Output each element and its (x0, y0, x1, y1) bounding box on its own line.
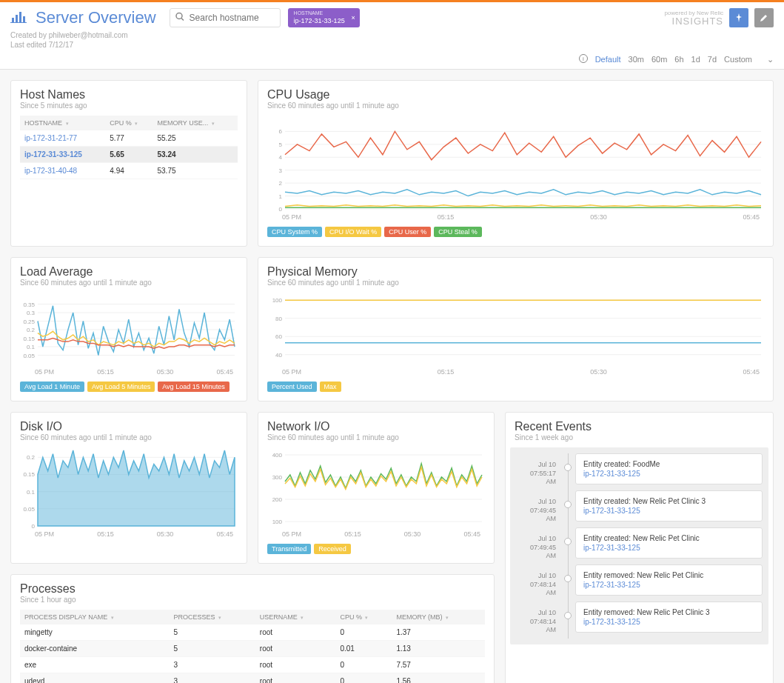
table-row[interactable]: udevd3root01.56 (20, 673, 485, 684)
event-timestamp: Jul 1007:49:45AM (516, 490, 560, 527)
event-title: Entity created: FoodMe (583, 460, 754, 468)
table-row[interactable]: docker-containe5root0.011.13 (20, 641, 485, 657)
table-row[interactable]: exe3root07.57 (20, 657, 485, 673)
panel-subtitle: Since 60 minutes ago until 1 minute ago (267, 101, 764, 110)
search-icon (175, 13, 184, 24)
column-header[interactable]: CPU % ▾ (335, 610, 392, 624)
svg-text:0.35: 0.35 (23, 301, 35, 308)
svg-point-5 (176, 13, 182, 19)
panel-host-names: Host Names Since 5 minutes ago HOSTNAME … (10, 80, 247, 247)
column-header[interactable]: MEMORY (MB) ▾ (392, 610, 485, 624)
event-card[interactable]: Entity created: New Relic Pet Clinic 3 i… (575, 490, 763, 522)
pin-button[interactable] (729, 8, 748, 27)
time-option-default[interactable]: Default (595, 55, 621, 64)
svg-text:200: 200 (272, 496, 283, 503)
disk-chart: 00.050.10.150.2 (20, 447, 238, 529)
panel-processes: Processes Since 1 hour ago PROCESS DISPL… (10, 574, 495, 683)
legend-chip[interactable]: CPU System % (267, 227, 322, 237)
svg-text:i: i (583, 56, 584, 62)
active-filter-pill[interactable]: HOSTNAME ip-172-31-33-125 × (288, 8, 360, 27)
legend-chip[interactable]: Transmitted (267, 544, 311, 554)
filter-label: HOSTNAME (294, 10, 324, 16)
svg-text:0.1: 0.1 (27, 489, 36, 496)
x-axis-ticks: 05 PM05:1505:3005:45 (267, 367, 764, 379)
chart-bar-icon (10, 10, 27, 26)
legend-chip[interactable]: Percent Used (267, 382, 317, 392)
event-host-link[interactable]: ip-172-31-33-125 (583, 507, 754, 515)
chart-legend: CPU System %CPU I/O Wait %CPU User %CPU … (267, 227, 764, 237)
edit-button[interactable] (754, 8, 774, 27)
panel-title: Host Names (20, 88, 238, 101)
header: Server Overview HOSTNAME ip-172-31-33-12… (0, 2, 784, 70)
table-row[interactable]: mingetty5root01.37 (20, 624, 485, 641)
column-header[interactable]: PROCESS DISPLAY NAME ▾ (20, 610, 170, 624)
event-card[interactable]: Entity removed: New Relic Pet Clinic 3 i… (575, 602, 763, 633)
time-option-7d[interactable]: 7d (708, 55, 717, 64)
panel-subtitle: Since 5 minutes ago (20, 101, 238, 110)
search-wrap (170, 8, 281, 27)
panel-subtitle: Since 60 minutes ago until 1 minute ago (267, 433, 485, 442)
svg-text:0.25: 0.25 (23, 319, 35, 325)
table-row[interactable]: ip-172-31-33-1255.6553.24 (20, 147, 238, 163)
column-header[interactable]: HOSTNAME ▾ (20, 116, 105, 130)
event-host-link[interactable]: ip-172-31-33-125 (583, 544, 754, 552)
event-timestamp: Jul 1007:49:45AM (516, 527, 560, 564)
legend-chip[interactable]: CPU I/O Wait % (325, 227, 381, 237)
panel-subtitle: Since 60 minutes ago until 1 minute ago (20, 433, 238, 442)
svg-rect-3 (23, 16, 25, 22)
column-header[interactable]: MEMORY USE... ▾ (153, 116, 238, 130)
chevron-down-icon[interactable]: ⌄ (767, 55, 774, 64)
event-host-link[interactable]: ip-172-31-33-125 (583, 618, 754, 626)
svg-text:0.15: 0.15 (23, 471, 35, 478)
close-icon[interactable]: × (351, 14, 355, 22)
time-option-custom[interactable]: Custom (724, 55, 752, 64)
legend-chip[interactable]: CPU Steal % (434, 227, 482, 237)
event-title: Entity created: New Relic Pet Clinic (583, 534, 754, 542)
panel-subtitle: Since 60 minutes ago until 1 minute ago (267, 279, 764, 287)
panel-cpu-usage: CPU Usage Since 60 minutes ago until 1 m… (258, 80, 774, 247)
host-link[interactable]: ip-172-31-21-77 (20, 130, 105, 147)
event-card[interactable]: Entity created: New Relic Pet Clinic ip-… (575, 527, 763, 559)
filter-value: ip-172-31-33-125 (294, 17, 345, 25)
table-row[interactable]: ip-172-31-40-484.9453.75 (20, 163, 238, 179)
time-option-6h[interactable]: 6h (674, 55, 683, 64)
panel-disk-io: Disk I/O Since 60 minutes ago until 1 mi… (10, 412, 247, 564)
svg-text:0.15: 0.15 (23, 336, 35, 342)
panel-title: Physical Memory (267, 265, 764, 279)
panel-title: Load Average (20, 265, 238, 279)
time-option-30m[interactable]: 30m (629, 55, 644, 64)
event-card[interactable]: Entity removed: New Relic Pet Clinic ip-… (575, 564, 763, 596)
column-header[interactable]: CPU % ▾ (105, 116, 153, 130)
table-row[interactable]: ip-172-31-21-775.7755.25 (20, 130, 238, 147)
svg-text:0.1: 0.1 (27, 344, 36, 350)
event-dot-icon (564, 575, 572, 582)
search-input[interactable] (170, 8, 281, 27)
event-host-link[interactable]: ip-172-31-33-125 (583, 581, 754, 589)
host-link[interactable]: ip-172-31-40-48 (20, 163, 105, 179)
legend-chip[interactable]: Avg Load 1 Minute (20, 382, 84, 392)
svg-rect-2 (19, 12, 21, 22)
svg-text:0: 0 (32, 523, 36, 529)
page-title: Server Overview (36, 8, 156, 27)
event-host-link[interactable]: ip-172-31-33-125 (583, 470, 754, 478)
legend-chip[interactable]: CPU User % (384, 227, 431, 237)
events-list: Jul 1007:55:17AM Entity created: FoodMe … (510, 447, 768, 644)
panel-subtitle: Since 1 hour ago (20, 596, 485, 604)
host-link[interactable]: ip-172-31-33-125 (20, 147, 105, 163)
legend-chip[interactable]: Avg Load 15 Minutes (158, 382, 229, 392)
legend-chip[interactable]: Max (320, 382, 341, 392)
svg-text:1: 1 (279, 193, 283, 200)
panel-subtitle: Since 60 minutes ago until 1 minute ago (20, 279, 238, 287)
column-header[interactable]: PROCESSES ▾ (170, 610, 255, 624)
svg-text:0.2: 0.2 (27, 327, 36, 333)
time-option-60m[interactable]: 60m (651, 55, 667, 64)
event-timestamp: Jul 1007:48:14AM (516, 564, 560, 602)
time-option-1d[interactable]: 1d (691, 55, 700, 64)
event-card[interactable]: Entity created: FoodMe ip-172-31-33-125 (575, 453, 763, 484)
chart-legend: Avg Load 1 MinuteAvg Load 5 MinutesAvg L… (20, 382, 238, 392)
event-dot-icon (564, 464, 572, 471)
info-icon[interactable]: i (579, 54, 588, 64)
column-header[interactable]: USERNAME ▾ (255, 610, 336, 624)
legend-chip[interactable]: Received (314, 544, 351, 554)
legend-chip[interactable]: Avg Load 5 Minutes (87, 382, 155, 392)
